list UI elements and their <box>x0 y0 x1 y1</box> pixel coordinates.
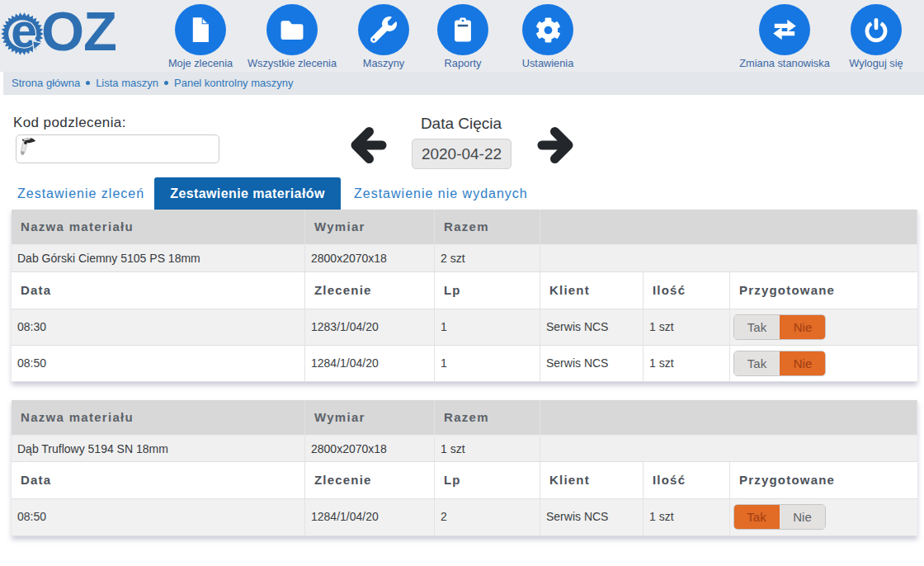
svg-text:e: e <box>11 11 37 57</box>
